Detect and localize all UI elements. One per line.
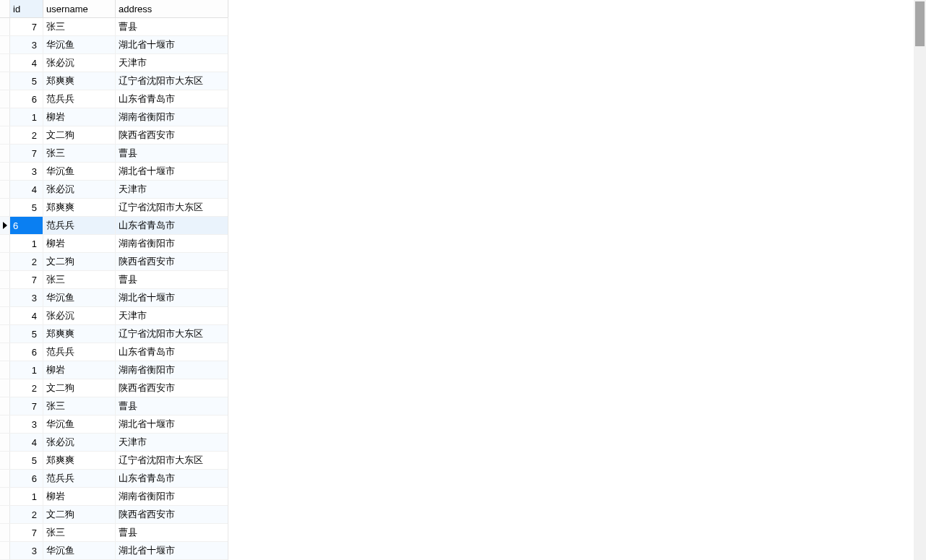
- cell-id[interactable]: 7: [10, 18, 43, 35]
- cell-address[interactable]: 曹县: [116, 145, 228, 162]
- cell-address[interactable]: 湖北省十堰市: [116, 542, 228, 559]
- cell-address[interactable]: 湖北省十堰市: [116, 289, 228, 306]
- row-gutter[interactable]: [0, 145, 10, 162]
- cell-id[interactable]: 5: [10, 325, 43, 343]
- table-row[interactable]: 5郑爽爽辽宁省沈阳市大东区: [0, 199, 228, 217]
- cell-address[interactable]: 曹县: [116, 397, 228, 415]
- cell-id[interactable]: 5: [10, 199, 43, 216]
- row-gutter[interactable]: [0, 415, 10, 433]
- cell-address[interactable]: 湖北省十堰市: [116, 163, 228, 180]
- cell-address[interactable]: 山东省青岛市: [116, 217, 228, 234]
- cell-id[interactable]: 1: [10, 488, 43, 505]
- table-row[interactable]: 2文二狗陕西省西安市: [0, 379, 228, 397]
- cell-address[interactable]: 曹县: [116, 271, 228, 288]
- row-gutter[interactable]: [0, 379, 10, 397]
- column-header-username[interactable]: username: [43, 0, 116, 17]
- table-row[interactable]: 2文二狗陕西省西安市: [0, 506, 228, 524]
- cell-username[interactable]: 华沉鱼: [43, 415, 116, 433]
- cell-username[interactable]: 张三: [43, 18, 116, 35]
- cell-username[interactable]: 柳岩: [43, 488, 116, 505]
- row-gutter[interactable]: [0, 54, 10, 72]
- table-row[interactable]: 7张三曹县: [0, 397, 228, 415]
- table-row[interactable]: 1柳岩湖南省衡阳市: [0, 235, 228, 253]
- table-row[interactable]: 4张必沉天津市: [0, 54, 228, 72]
- row-gutter[interactable]: [0, 271, 10, 288]
- vertical-scrollbar[interactable]: [914, 0, 926, 560]
- cell-id[interactable]: 2: [10, 379, 43, 397]
- row-gutter[interactable]: [0, 325, 10, 343]
- cell-address[interactable]: 曹县: [116, 524, 228, 541]
- table-row[interactable]: 3华沉鱼湖北省十堰市: [0, 289, 228, 307]
- vertical-scrollbar-thumb[interactable]: [915, 1, 925, 46]
- cell-username[interactable]: 张必沉: [43, 307, 116, 324]
- cell-address[interactable]: 天津市: [116, 54, 228, 72]
- cell-username[interactable]: 华沉鱼: [43, 36, 116, 53]
- row-gutter[interactable]: [0, 361, 10, 379]
- cell-username[interactable]: 张三: [43, 271, 116, 288]
- cell-username[interactable]: 郑爽爽: [43, 72, 116, 90]
- cell-username[interactable]: 张三: [43, 145, 116, 162]
- cell-username[interactable]: 文二狗: [43, 506, 116, 523]
- cell-username[interactable]: 文二狗: [43, 126, 116, 144]
- cell-id[interactable]: 1: [10, 235, 43, 252]
- table-row[interactable]: 6范兵兵山东省青岛市: [0, 90, 228, 108]
- cell-username[interactable]: 范兵兵: [43, 343, 116, 361]
- table-row[interactable]: 2文二狗陕西省西安市: [0, 253, 228, 271]
- table-row[interactable]: 1柳岩湖南省衡阳市: [0, 361, 228, 379]
- cell-id[interactable]: 3: [10, 163, 43, 180]
- cell-address[interactable]: 湖南省衡阳市: [116, 488, 228, 505]
- table-row[interactable]: 2文二狗陕西省西安市: [0, 126, 228, 145]
- cell-address[interactable]: 湖南省衡阳市: [116, 108, 228, 126]
- cell-id[interactable]: 2: [10, 126, 43, 144]
- cell-username[interactable]: 郑爽爽: [43, 325, 116, 343]
- cell-id[interactable]: 4: [10, 307, 43, 324]
- cell-username[interactable]: 范兵兵: [43, 90, 116, 108]
- cell-address[interactable]: 山东省青岛市: [116, 470, 228, 487]
- cell-username[interactable]: 柳岩: [43, 361, 116, 379]
- cell-address[interactable]: 辽宁省沈阳市大东区: [116, 199, 228, 216]
- cell-username[interactable]: 柳岩: [43, 235, 116, 252]
- cell-id[interactable]: 3: [10, 289, 43, 306]
- row-gutter[interactable]: [0, 253, 10, 270]
- cell-username[interactable]: 华沉鱼: [43, 289, 116, 306]
- table-row[interactable]: 1柳岩湖南省衡阳市: [0, 488, 228, 506]
- cell-id[interactable]: 7: [10, 145, 43, 162]
- row-gutter[interactable]: [0, 488, 10, 505]
- cell-id[interactable]: 6: [10, 217, 43, 234]
- cell-username[interactable]: 郑爽爽: [43, 452, 116, 469]
- cell-id[interactable]: 4: [10, 181, 43, 198]
- row-gutter[interactable]: [0, 199, 10, 216]
- row-gutter[interactable]: [0, 452, 10, 469]
- cell-id[interactable]: 2: [10, 506, 43, 523]
- row-gutter[interactable]: [0, 343, 10, 361]
- cell-id[interactable]: 6: [10, 90, 43, 108]
- cell-address[interactable]: 天津市: [116, 307, 228, 324]
- cell-username[interactable]: 柳岩: [43, 108, 116, 126]
- cell-username[interactable]: 张必沉: [43, 54, 116, 72]
- row-gutter[interactable]: [0, 108, 10, 126]
- row-gutter[interactable]: [0, 72, 10, 90]
- cell-address[interactable]: 山东省青岛市: [116, 343, 228, 361]
- table-row[interactable]: 7张三曹县: [0, 145, 228, 163]
- cell-username[interactable]: 郑爽爽: [43, 199, 116, 216]
- table-row[interactable]: 5郑爽爽辽宁省沈阳市大东区: [0, 452, 228, 470]
- row-gutter[interactable]: [0, 36, 10, 53]
- row-gutter[interactable]: [0, 90, 10, 108]
- cell-address[interactable]: 湖北省十堰市: [116, 415, 228, 433]
- cell-id[interactable]: 7: [10, 524, 43, 541]
- cell-id[interactable]: 7: [10, 271, 43, 288]
- row-gutter[interactable]: [0, 524, 10, 541]
- cell-id[interactable]: 5: [10, 72, 43, 90]
- cell-id[interactable]: 3: [10, 36, 43, 53]
- cell-username[interactable]: 范兵兵: [43, 217, 116, 234]
- row-gutter[interactable]: [0, 163, 10, 180]
- cell-address[interactable]: 辽宁省沈阳市大东区: [116, 72, 228, 90]
- table-row[interactable]: 5郑爽爽辽宁省沈阳市大东区: [0, 72, 228, 90]
- current-row-pointer-icon[interactable]: [0, 217, 10, 234]
- table-row[interactable]: 3华沉鱼湖北省十堰市: [0, 542, 228, 560]
- cell-username[interactable]: 华沉鱼: [43, 163, 116, 180]
- cell-address[interactable]: 陕西省西安市: [116, 506, 228, 523]
- row-gutter[interactable]: [0, 126, 10, 144]
- cell-username[interactable]: 文二狗: [43, 253, 116, 270]
- cell-address[interactable]: 陕西省西安市: [116, 253, 228, 270]
